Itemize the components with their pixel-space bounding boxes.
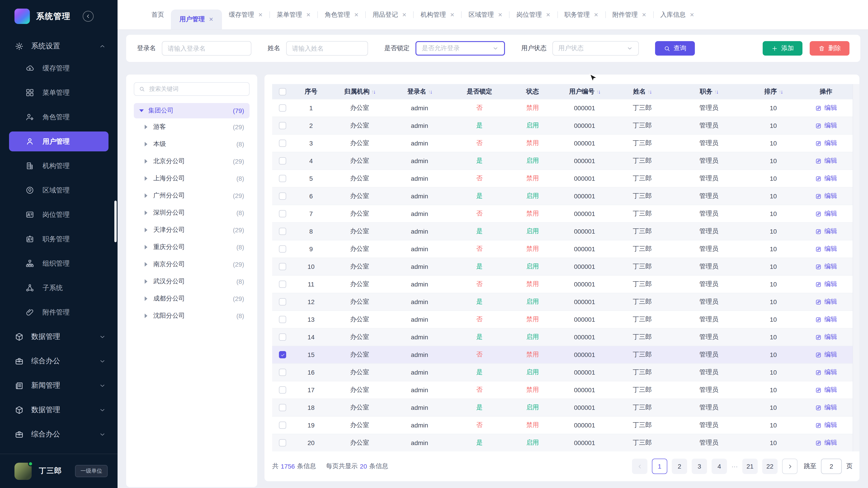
caret-right-icon[interactable]: [145, 314, 147, 318]
tab-职务管理[interactable]: 职务管理✕: [558, 0, 605, 30]
sidebar-group-新闻管理[interactable]: 新闻管理: [0, 373, 118, 398]
table-row[interactable]: 14办公室admin是启用000001丁三郎管理员10编辑: [272, 328, 852, 346]
table-row[interactable]: 1办公室admin否禁用000001丁三郎管理员10编辑: [272, 99, 852, 117]
row-checkbox[interactable]: [279, 316, 286, 323]
table-row[interactable]: 3办公室admin否禁用000001丁三郎管理员10编辑: [272, 134, 852, 152]
row-checkbox[interactable]: [279, 369, 286, 376]
edit-button[interactable]: 编辑: [799, 227, 852, 235]
row-checkbox[interactable]: [279, 228, 286, 235]
tree-node-本级[interactable]: 本级(8): [134, 135, 250, 153]
sort-icon[interactable]: ↑↓: [428, 88, 432, 95]
edit-button[interactable]: 编辑: [799, 333, 852, 341]
table-row[interactable]: 11办公室admin否禁用000001丁三郎管理员10编辑: [272, 275, 852, 293]
edit-button[interactable]: 编辑: [799, 403, 852, 412]
sort-icon[interactable]: ↑↓: [779, 88, 782, 95]
caret-right-icon[interactable]: [145, 193, 147, 198]
tree-node-root[interactable]: 集团公司 (79): [134, 103, 250, 119]
edit-button[interactable]: 编辑: [799, 122, 852, 130]
page-button-2[interactable]: 2: [672, 459, 687, 474]
page-button-21[interactable]: 21: [742, 459, 758, 474]
sidebar-group-数据管理[interactable]: 数据管理: [0, 324, 118, 349]
edit-button[interactable]: 编辑: [799, 421, 852, 429]
tree-node-南京分公司[interactable]: 南京分公司(29): [134, 256, 250, 273]
column-header-用户编号[interactable]: 用户编号↑↓: [555, 88, 614, 96]
column-header-姓名[interactable]: 姓名↑↓: [614, 88, 671, 96]
table-row[interactable]: 12办公室admin是启用000001丁三郎管理员10编辑: [272, 293, 852, 311]
row-checkbox[interactable]: [279, 333, 286, 341]
close-icon[interactable]: ✕: [498, 11, 502, 18]
sort-icon[interactable]: ↑↓: [596, 88, 600, 95]
tab-角色管理[interactable]: 角色管理✕: [318, 0, 365, 30]
sidebar-group-综合办公[interactable]: 综合办公: [0, 349, 118, 373]
edit-button[interactable]: 编辑: [799, 210, 852, 218]
tree-search-input[interactable]: 搜索关键词: [134, 82, 250, 96]
column-header-登录名[interactable]: 登录名↑↓: [390, 88, 449, 96]
filter-select-用户状态[interactable]: 用户状态: [553, 41, 639, 56]
page-button-1[interactable]: 1: [652, 459, 667, 474]
tree-node-北京分公司[interactable]: 北京分公司(29): [134, 153, 250, 170]
sidebar-item-附件管理[interactable]: 附件管理: [0, 300, 118, 324]
text-input[interactable]: [168, 45, 246, 52]
edit-button[interactable]: 编辑: [799, 315, 852, 324]
sidebar-item-岗位管理[interactable]: 岗位管理: [0, 202, 118, 227]
sidebar-item-机构管理[interactable]: 机构管理: [0, 154, 118, 178]
sidebar-item-用户管理[interactable]: 用户管理: [0, 129, 118, 154]
edit-button[interactable]: 编辑: [799, 439, 852, 447]
page-button-22[interactable]: 22: [762, 459, 778, 474]
row-checkbox[interactable]: [279, 175, 286, 182]
tree-node-成都分公司[interactable]: 成都分公司(29): [134, 290, 250, 307]
caret-right-icon[interactable]: [145, 159, 147, 164]
close-icon[interactable]: ✕: [546, 11, 550, 18]
table-row[interactable]: 15办公室admin否禁用000001丁三郎管理员10编辑: [272, 346, 852, 363]
sidebar-item-子系统[interactable]: 子系统: [0, 275, 118, 300]
tree-node-天津分公司[interactable]: 天津分公司(29): [134, 221, 250, 238]
row-checkbox[interactable]: [279, 422, 286, 429]
caret-down-icon[interactable]: [139, 109, 144, 112]
row-checkbox[interactable]: [279, 104, 286, 111]
tab-用品登记[interactable]: 用品登记✕: [366, 0, 413, 30]
caret-right-icon[interactable]: [145, 279, 147, 284]
tab-菜单管理[interactable]: 菜单管理✕: [270, 0, 317, 30]
tab-岗位管理[interactable]: 岗位管理✕: [510, 0, 557, 30]
tree-node-武汉分公司[interactable]: 武汉分公司(8): [134, 273, 250, 290]
edit-button[interactable]: 编辑: [799, 298, 852, 306]
table-row[interactable]: 18办公室admin是启用000001丁三郎管理员10编辑: [272, 398, 852, 416]
table-row[interactable]: 19办公室admin否禁用000001丁三郎管理员10编辑: [272, 416, 852, 434]
tree-node-沈阳分公司[interactable]: 沈阳分公司(8): [134, 307, 250, 324]
tab-入库信息[interactable]: 入库信息✕: [653, 0, 701, 30]
caret-right-icon[interactable]: [145, 262, 147, 267]
tree-node-游客[interactable]: 游客(29): [134, 119, 250, 135]
sidebar-scrollbar-thumb[interactable]: [114, 201, 117, 242]
next-page-button[interactable]: [782, 459, 798, 474]
caret-right-icon[interactable]: [145, 296, 147, 301]
sidebar-item-区域管理[interactable]: 区域管理: [0, 178, 118, 202]
edit-button[interactable]: 编辑: [799, 351, 852, 359]
table-row[interactable]: 6办公室admin是启用000001丁三郎管理员10编辑: [272, 187, 852, 205]
filter-input-登录名[interactable]: [162, 41, 251, 56]
sidebar-group-综合办公[interactable]: 综合办公: [0, 422, 118, 447]
close-icon[interactable]: ✕: [354, 11, 359, 18]
filter-input-姓名[interactable]: [286, 41, 368, 56]
sidebar-item-缓存管理[interactable]: 缓存管理: [0, 56, 118, 80]
avatar[interactable]: [14, 462, 32, 480]
table-row[interactable]: 16办公室admin是启用000001丁三郎管理员10编辑: [272, 363, 852, 381]
row-checkbox[interactable]: [279, 404, 286, 411]
caret-right-icon[interactable]: [145, 245, 147, 250]
text-input[interactable]: [292, 45, 362, 52]
jump-page-input[interactable]: 2: [821, 459, 842, 474]
column-header-归属机构[interactable]: 归属机构↑↓: [329, 88, 390, 96]
table-row[interactable]: 17办公室admin否禁用000001丁三郎管理员10编辑: [272, 381, 852, 398]
caret-right-icon[interactable]: [145, 228, 147, 232]
edit-button[interactable]: 编辑: [799, 104, 852, 112]
sort-icon[interactable]: ↑↓: [371, 88, 375, 95]
row-checkbox[interactable]: [279, 263, 286, 270]
tab-用户管理[interactable]: 用户管理✕: [171, 9, 222, 29]
edit-button[interactable]: 编辑: [799, 263, 852, 271]
table-row[interactable]: 8办公室admin是启用000001丁三郎管理员10编辑: [272, 222, 852, 240]
row-checkbox[interactable]: [279, 386, 286, 394]
table-row[interactable]: 10办公室admin是启用000001丁三郎管理员10编辑: [272, 258, 852, 275]
caret-right-icon[interactable]: [145, 176, 147, 181]
row-checkbox[interactable]: [279, 140, 286, 147]
table-row[interactable]: 5办公室admin否禁用000001丁三郎管理员10编辑: [272, 169, 852, 187]
sidebar-group-系统设置[interactable]: 系统设置: [0, 36, 118, 56]
